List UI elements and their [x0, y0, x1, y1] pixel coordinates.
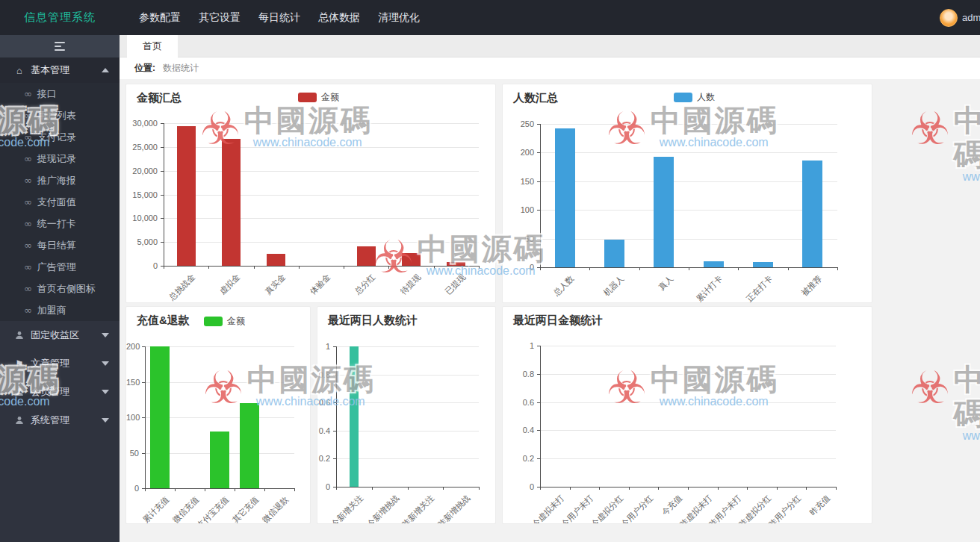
top-navbar: 信息管理系统 参数配置其它设置每日统计总体数据清理优化 admin: [0, 0, 980, 35]
chart-bar[interactable]: [240, 403, 259, 488]
watermark-url: www.chinacode.com: [954, 429, 980, 443]
chart-bar[interactable]: [753, 262, 773, 267]
breadcrumb-value: 数据统计: [163, 62, 199, 75]
sidebar-item[interactable]: ∞首页右侧图标: [0, 278, 120, 299]
x-tick: [299, 266, 300, 269]
chart-bar[interactable]: [267, 254, 285, 266]
nav-item[interactable]: 其它设置: [190, 0, 249, 35]
sidebar-group-3[interactable]: 会员管理: [0, 378, 120, 406]
sidebar-group-2[interactable]: ⚑文章管理: [0, 349, 120, 378]
sidebar-item[interactable]: ∞推广海报: [0, 169, 120, 191]
sidebar-item[interactable]: ∞加盟商: [0, 299, 120, 321]
x-axis-label: 累计打卡: [694, 273, 725, 303]
x-axis-label: 体验金: [308, 272, 333, 297]
user-icon: [13, 331, 25, 340]
sidebar-item[interactable]: ∞支付面值: [0, 191, 120, 213]
chart-bar[interactable]: [447, 262, 465, 266]
chart-card-recharge-refund: 充值&退款金额050100150200累计充值微信充值支付宝充值其它充值微信退款: [125, 306, 311, 524]
x-tick: [479, 266, 480, 269]
chart-legend[interactable]: 人数: [674, 91, 715, 104]
sidebar-item[interactable]: ∞接口: [0, 83, 120, 105]
chart-bar[interactable]: [555, 128, 575, 267]
y-axis-label: 200: [503, 148, 534, 157]
sidebar-group-label: 文章管理: [31, 357, 69, 370]
chart-bar[interactable]: [654, 157, 674, 267]
sidebar-item-label: 用户列表: [37, 109, 76, 122]
chart-bar[interactable]: [604, 240, 624, 267]
chart-bar[interactable]: [177, 126, 196, 266]
chart-title: 最近两日人数统计: [328, 314, 418, 328]
y-axis-label: 0: [503, 482, 534, 491]
x-axis-label: 累计充值: [140, 494, 172, 524]
x-tick: [639, 267, 640, 270]
gridline: [540, 374, 836, 375]
user-box[interactable]: admin: [940, 0, 980, 35]
sidebar-item[interactable]: ∞用户列表: [0, 105, 120, 126]
chart-bar[interactable]: [150, 346, 170, 488]
sidebar-item[interactable]: ∞提现记录: [0, 148, 120, 169]
x-axis-label: 被推荐: [798, 273, 824, 299]
nav-item[interactable]: 总体数据: [309, 0, 369, 35]
y-axis-label: 250: [503, 119, 534, 128]
x-axis-label: 支付宝充值: [194, 494, 231, 524]
x-axis-line: [145, 488, 295, 489]
y-axis-label: 50: [503, 234, 534, 243]
nav-item[interactable]: 每日统计: [249, 0, 309, 35]
sidebar-toggle-icon[interactable]: [0, 35, 120, 57]
x-tick: [747, 487, 748, 490]
sidebar-item-label: 提现记录: [37, 152, 76, 166]
nav-item[interactable]: 清理优化: [369, 0, 429, 35]
x-tick: [540, 267, 541, 270]
x-tick: [540, 487, 541, 490]
sidebar-item[interactable]: ∞支付记录: [0, 126, 120, 148]
x-tick: [806, 487, 807, 490]
sidebar-item[interactable]: ∞统一打卡: [0, 213, 120, 234]
sidebar-group-0[interactable]: ⌂基本管理: [0, 57, 120, 83]
link-icon: ∞: [24, 131, 32, 143]
x-tick: [777, 487, 778, 490]
chart-bar[interactable]: [210, 432, 229, 488]
x-axis-label: 总挑战金: [167, 272, 198, 303]
nav-item[interactable]: 参数配置: [130, 0, 190, 35]
x-axis-label: 虚拟金: [217, 272, 243, 297]
sidebar-group-label: 固定收益区: [31, 328, 79, 342]
gridline: [540, 181, 837, 182]
home-icon: ⌂: [13, 65, 25, 76]
x-tick: [336, 487, 337, 490]
watermark-title: 中國源碼: [954, 103, 980, 172]
y-axis-label: 0.6: [503, 398, 534, 407]
sidebar-group-1[interactable]: 固定收益区: [0, 321, 120, 349]
chart-title: 金额汇总: [137, 91, 182, 105]
x-tick: [738, 267, 739, 270]
y-axis-label: 25,000: [126, 143, 158, 152]
x-axis-line: [164, 266, 480, 267]
chart-title: 人数汇总: [513, 91, 558, 105]
avatar[interactable]: [940, 9, 958, 27]
chart-bar[interactable]: [802, 161, 822, 267]
chart-bar[interactable]: [402, 253, 421, 266]
x-tick: [164, 266, 164, 269]
chart-legend[interactable]: 金额: [298, 91, 339, 104]
sidebar-item[interactable]: ∞广告管理: [0, 256, 120, 278]
sidebar-item[interactable]: ∞每日结算: [0, 234, 120, 256]
chart-bar[interactable]: [350, 346, 359, 487]
gridline: [540, 239, 837, 240]
y-axis-label: 0: [126, 484, 139, 493]
chart-bar[interactable]: [704, 261, 724, 267]
chart-bar[interactable]: [222, 139, 241, 266]
app-brand[interactable]: 信息管理系统: [0, 10, 120, 25]
tab-home[interactable]: 首页: [127, 35, 178, 57]
watermark-url: www.chinacode.com: [954, 170, 980, 184]
link-icon: ∞: [24, 218, 32, 229]
chart-bar[interactable]: [357, 246, 376, 266]
gridline: [540, 430, 836, 431]
chart-card-two-day-people: 最近两日人数统计00.20.40.60.81今新增关注今新增挑战昨新增关注昨新增…: [317, 306, 496, 524]
x-tick: [434, 266, 435, 269]
x-tick: [208, 266, 209, 269]
y-axis-label: 0.4: [503, 426, 534, 434]
chart-legend[interactable]: 金额: [204, 315, 245, 328]
gridline: [540, 346, 836, 346]
sidebar-group-4[interactable]: 系统管理: [0, 406, 120, 434]
chart-card-people-summary: 人数汇总人数050100150200250总人数机器人真人累计打卡正在打卡被推荐: [502, 84, 872, 303]
y-axis-label: 50: [126, 449, 139, 458]
